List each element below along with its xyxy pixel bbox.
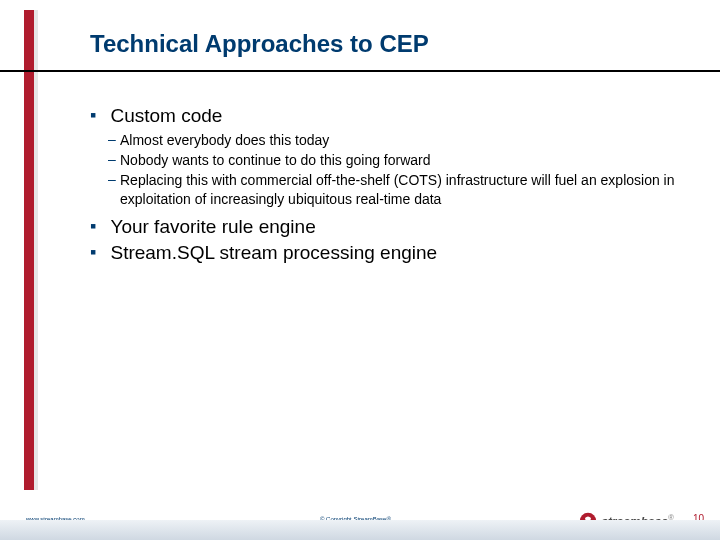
- sub-bullet: – Replacing this with commercial off-the…: [108, 171, 690, 207]
- sub-bullet-text: Nobody wants to continue to do this goin…: [120, 151, 431, 169]
- bullet-text: Custom code: [110, 105, 670, 127]
- sub-bullet: – Nobody wants to continue to do this go…: [108, 151, 690, 169]
- bullet-marker: ▪: [90, 105, 106, 126]
- bullet-text: Stream.SQL stream processing engine: [110, 242, 670, 264]
- bullet-3: ▪ Stream.SQL stream processing engine: [90, 242, 690, 264]
- footer-gradient: [0, 520, 720, 540]
- sub-bullet-text: Replacing this with commercial off-the-s…: [120, 171, 690, 207]
- sub-bullet-marker: –: [108, 171, 120, 207]
- slide-title: Technical Approaches to CEP: [90, 30, 429, 58]
- bullet-2: ▪ Your favorite rule engine: [90, 216, 690, 238]
- sub-bullet-marker: –: [108, 151, 120, 169]
- bullet-text: Your favorite rule engine: [110, 216, 670, 238]
- sub-bullet: – Almost everybody does this today: [108, 131, 690, 149]
- bullet-marker: ▪: [90, 216, 106, 237]
- slide: Technical Approaches to CEP ▪ Custom cod…: [0, 0, 720, 540]
- bullet-1: ▪ Custom code: [90, 105, 690, 127]
- sub-bullet-marker: –: [108, 131, 120, 149]
- accent-bar-shadow: [34, 10, 38, 490]
- sub-bullet-text: Almost everybody does this today: [120, 131, 329, 149]
- title-underline: [0, 70, 720, 72]
- bullet-1-sub: – Almost everybody does this today – Nob…: [108, 131, 690, 208]
- slide-content: ▪ Custom code – Almost everybody does th…: [90, 105, 690, 268]
- bullet-marker: ▪: [90, 242, 106, 263]
- accent-bar: [24, 10, 34, 490]
- slide-footer: www.streambase.com © Copyright StreamBas…: [0, 498, 720, 540]
